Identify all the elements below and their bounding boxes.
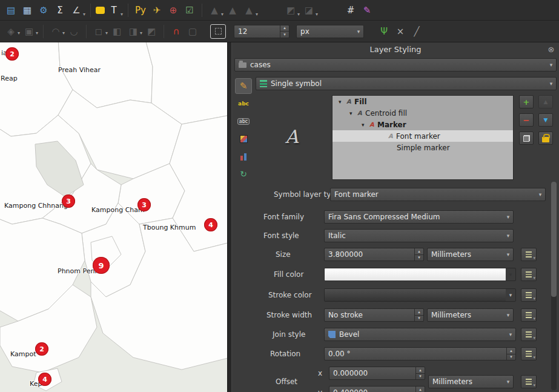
symbol-tree-row-simple-marker[interactable]: Simple marker <box>332 142 513 153</box>
unpin-labels-icon[interactable]: × <box>393 24 408 39</box>
panel-scrollbar[interactable] <box>551 182 557 390</box>
font-size-spinbox[interactable]: 12 <box>234 25 289 38</box>
stroke-color-button[interactable] <box>324 288 516 302</box>
stroke-width-spin-buttons[interactable] <box>414 309 423 321</box>
size-unit-combo[interactable]: Millimeters <box>427 248 514 261</box>
rotation-spin-buttons[interactable] <box>506 348 515 360</box>
expand-arrow-icon[interactable]: ▾ <box>339 99 346 105</box>
map-theme-icon[interactable]: ☑ <box>182 3 197 18</box>
cluster-marker[interactable]: 9 <box>93 257 110 274</box>
georeferencer-icon[interactable]: ⊕ <box>166 3 180 18</box>
expand-arrow-icon[interactable]: ▾ <box>349 110 357 116</box>
options-icon[interactable]: ⚙ <box>36 3 51 18</box>
label-properties-icon[interactable]: ◩ <box>144 24 159 39</box>
tab-labels[interactable]: abc <box>235 96 252 111</box>
map-tips-icon[interactable] <box>96 7 105 14</box>
data-defined-rotation-button[interactable] <box>521 347 537 360</box>
rotation-spinbox[interactable]: 0.00 ° <box>324 347 516 360</box>
tab-symbology[interactable]: ✎ <box>235 78 252 94</box>
text-annotation-icon[interactable]: T <box>107 3 121 18</box>
symbol-tree-row-centroid-fill[interactable]: ▾ACentroid fill <box>332 107 513 119</box>
cluster-marker[interactable]: 2 <box>5 47 19 61</box>
panel-splitter[interactable] <box>227 42 232 392</box>
layer-labeling-icon[interactable]: ▲ <box>207 3 222 18</box>
layer-labeling-rule-icon[interactable]: ▲ <box>242 3 256 18</box>
tab-callouts[interactable]: abc <box>235 113 252 129</box>
lock-color-button[interactable] <box>538 131 553 145</box>
close-icon[interactable]: ⊗ <box>546 44 556 54</box>
pin-unpin-labels-icon[interactable]: ◈ <box>4 24 18 39</box>
offset-unit-combo[interactable]: Millimeters <box>428 375 514 388</box>
cluster-marker[interactable]: 4 <box>204 218 217 231</box>
data-defined-icon <box>526 251 532 253</box>
snapping-magnet-icon[interactable]: ∩ <box>169 24 184 39</box>
move-up-button[interactable]: ▲ <box>538 95 553 108</box>
join-style-combo[interactable]: Bevel <box>324 328 516 341</box>
symbol-tree-row-font-marker[interactable]: AFont marker <box>332 130 513 142</box>
symbol-layer-type-combo[interactable]: Font marker <box>330 188 546 201</box>
diagonal-move-icon[interactable]: ╱ <box>409 24 424 39</box>
stroke-width-spinbox[interactable]: No stroke <box>324 308 424 322</box>
stroke-width-unit-combo[interactable]: Millimeters <box>427 308 514 322</box>
offset-y-spinbox[interactable]: 0.400000 <box>329 386 425 392</box>
data-defined-offset-button[interactable] <box>521 375 537 388</box>
measure-icon-dropdown[interactable]: ▾ <box>83 12 85 17</box>
highlight-labels-icon[interactable]: ▣ <box>22 24 36 39</box>
join-style-label: Join style <box>273 328 305 341</box>
decoration-icon[interactable]: ✎ <box>360 3 374 18</box>
data-defined-join-style-button[interactable] <box>521 328 537 341</box>
data-defined-size-button[interactable] <box>521 248 537 261</box>
rotate-label-icon[interactable]: ◧ <box>110 24 124 39</box>
linked-label-icon[interactable]: ◡ <box>67 24 81 39</box>
layer-combo[interactable]: cases <box>234 58 557 71</box>
active-tool-button[interactable] <box>210 24 226 39</box>
statistics-icon[interactable]: Σ <box>53 3 67 18</box>
symbol-layer-tree[interactable]: ▾AFill▾ACentroid fill▾AMarkerAFont marke… <box>332 95 514 180</box>
renderer-combo[interactable]: Single symbol <box>256 77 557 90</box>
fill-color-button[interactable] <box>324 268 516 281</box>
cluster-marker[interactable]: 4 <box>38 373 51 386</box>
layer-labeling-single-icon[interactable]: ▲ <box>225 3 240 18</box>
avoid-overlap-icon[interactable]: ▢ <box>185 24 200 39</box>
map-canvas[interactable]: iaReapPreah VihearKampong ChhnangKampong… <box>0 42 227 392</box>
text-annotation-icon-dropdown[interactable]: ▾ <box>121 12 123 17</box>
font-size-spin-buttons[interactable] <box>280 25 289 38</box>
remove-symbol-layer-button[interactable]: − <box>519 113 534 127</box>
python-console-icon[interactable]: Py <box>133 3 148 18</box>
font-family-combo[interactable]: Fira Sans Compressed Medium <box>324 210 514 224</box>
symbol-tree-row-marker[interactable]: ▾AMarker <box>332 119 513 130</box>
layer-diagram-single-icon[interactable]: ◪ <box>302 3 316 18</box>
add-symbol-layer-button[interactable]: + <box>519 95 534 108</box>
tab-history[interactable]: ↻ <box>235 166 252 182</box>
layout-manager-icon[interactable]: ▦ <box>20 3 35 18</box>
data-defined-fill-color-button[interactable] <box>521 268 537 281</box>
data-defined-stroke-color-button[interactable] <box>521 288 537 302</box>
cluster-marker[interactable]: 3 <box>62 194 75 208</box>
layer-diagram-icon[interactable]: ◩ <box>283 3 298 18</box>
duplicate-symbol-layer-button[interactable] <box>519 131 534 145</box>
cluster-marker[interactable]: 3 <box>137 198 151 211</box>
size-spinbox[interactable]: 3.800000 <box>324 248 424 261</box>
reports-icon[interactable]: ▤ <box>4 3 18 18</box>
change-label-icon[interactable]: ◨ <box>126 24 141 39</box>
size-spin-buttons[interactable] <box>414 248 423 261</box>
curved-label-icon[interactable]: ◠ <box>48 24 63 39</box>
measure-icon[interactable]: ∠ <box>69 3 84 18</box>
offset-x-spinbox[interactable]: 0.000000 <box>329 367 425 380</box>
tab-3d-view[interactable] <box>235 131 252 147</box>
tab-diagrams[interactable] <box>235 148 252 164</box>
font-style-combo[interactable]: Italic <box>324 229 514 242</box>
offset-y-spin-buttons[interactable] <box>415 387 425 392</box>
font-unit-combo[interactable]: px <box>296 25 364 38</box>
expand-arrow-icon[interactable]: ▾ <box>362 122 369 128</box>
plugins-icon[interactable]: ✈ <box>150 3 164 18</box>
pin-labels-icon[interactable]: Ψ <box>377 24 391 39</box>
scrollbar-thumb[interactable] <box>551 182 557 297</box>
move-label-icon[interactable]: ◻ <box>91 24 106 39</box>
data-defined-stroke-width-button[interactable] <box>521 308 537 322</box>
cluster-marker[interactable]: 2 <box>35 342 48 356</box>
symbol-tree-row-fill[interactable]: ▾AFill <box>332 96 513 107</box>
grid-icon[interactable]: # <box>343 3 358 18</box>
move-down-button[interactable]: ▼ <box>538 113 553 127</box>
offset-x-spin-buttons[interactable] <box>415 367 425 379</box>
